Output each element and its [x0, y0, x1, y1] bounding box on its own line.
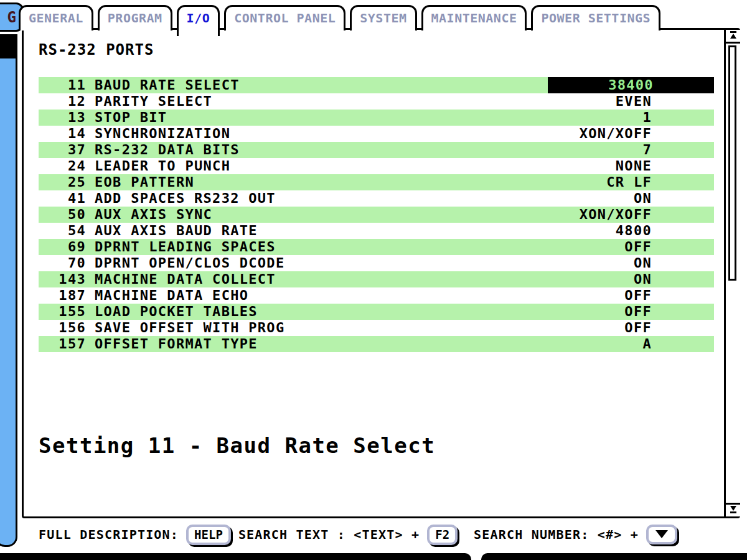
setting-value: OFF — [624, 304, 714, 320]
tab-program[interactable]: PROGRAM — [98, 5, 172, 30]
left-rail[interactable] — [0, 34, 17, 547]
tab-i-o[interactable]: I/O — [177, 5, 220, 36]
tab-control-panel[interactable]: CONTROL PANEL — [224, 5, 345, 30]
page-title: RS-232 PORTS — [39, 41, 154, 58]
left-rail-top-cap — [0, 36, 16, 58]
setting-row-41[interactable]: 41ADD SPACES RS232 OUTON — [39, 190, 714, 207]
help-key-button[interactable]: HELP — [186, 525, 231, 545]
setting-number: 143 — [39, 271, 86, 287]
setting-row-156[interactable]: 156SAVE OFFSET WITH PROGOFF — [39, 320, 714, 336]
setting-number: 69 — [39, 239, 86, 255]
full-description-label: FULL DESCRIPTION: — [39, 527, 179, 542]
setting-value: 4800 — [616, 223, 714, 239]
tab-strip: GENERALPROGRAMI/OCONTROL PANELSYSTEMMAIN… — [19, 5, 660, 36]
setting-number: 54 — [39, 223, 86, 239]
setting-value: CR LF — [606, 174, 714, 190]
tab-general[interactable]: GENERAL — [19, 5, 93, 30]
setting-number: 13 — [39, 110, 86, 126]
bottom-panel-left-edge — [0, 553, 471, 560]
setting-label: AUX AXIS SYNC — [95, 207, 212, 223]
setting-row-70[interactable]: 70DPRNT OPEN/CLOS DCODEON — [39, 255, 714, 271]
setting-row-24[interactable]: 24LEADER TO PUNCHNONE — [39, 158, 714, 174]
arrow-down-icon — [655, 530, 668, 538]
setting-label: BAUD RATE SELECT — [95, 77, 240, 93]
f2-key-button[interactable]: F2 — [427, 525, 458, 545]
setting-number: 37 — [39, 142, 86, 158]
scrollbar[interactable] — [724, 30, 740, 516]
scrollbar-thumb[interactable] — [728, 45, 736, 281]
setting-value: XON/XOFF — [580, 207, 714, 223]
search-number-label: SEARCH NUMBER: <#> + — [474, 527, 639, 542]
tab-maintenance[interactable]: MAINTENANCE — [421, 5, 527, 30]
setting-value: 7 — [642, 142, 714, 158]
setting-label: SAVE OFFSET WITH PROG — [95, 320, 284, 336]
scroll-down-button[interactable] — [726, 503, 740, 516]
setting-value: XON/XOFF — [580, 126, 714, 142]
setting-label: PARITY SELECT — [95, 93, 212, 110]
setting-row-187[interactable]: 187MACHINE DATA ECHOOFF — [39, 287, 714, 304]
setting-label: EOB PATTERN — [95, 174, 194, 190]
setting-label: RS-232 DATA BITS — [95, 142, 240, 158]
setting-row-25[interactable]: 25EOB PATTERNCR LF — [39, 174, 714, 190]
setting-value: OFF — [624, 287, 714, 304]
selected-setting-title: Setting 11 - Baud Rate Select — [39, 433, 435, 458]
setting-row-37[interactable]: 37RS-232 DATA BITS7 — [39, 142, 714, 158]
setting-label: SYNCHRONIZATION — [95, 126, 230, 142]
setting-value: 1 — [642, 110, 714, 126]
setting-value: NONE — [616, 158, 714, 174]
setting-row-155[interactable]: 155LOAD POCKET TABLESOFF — [39, 304, 714, 320]
setting-number: 14 — [39, 126, 86, 142]
tab-power-settings[interactable]: POWER SETTINGS — [531, 5, 660, 30]
setting-label: ADD SPACES RS232 OUT — [95, 190, 276, 207]
setting-label: MACHINE DATA COLLECT — [95, 271, 276, 287]
setting-number: 12 — [39, 93, 86, 110]
setting-value: ON — [634, 271, 714, 287]
setting-label: DPRNT LEADING SPACES — [95, 239, 276, 255]
setting-row-11[interactable]: 11BAUD RATE SELECT38400 — [39, 77, 714, 93]
scroll-to-top-icon — [729, 30, 738, 42]
setting-value: A — [642, 336, 714, 352]
setting-label: AUX AXIS BAUD RATE — [95, 223, 258, 239]
setting-row-143[interactable]: 143MACHINE DATA COLLECTON — [39, 271, 714, 287]
setting-number: 155 — [39, 304, 86, 320]
setting-row-13[interactable]: 13STOP BIT1 — [39, 110, 714, 126]
setting-number: 156 — [39, 320, 86, 336]
setting-row-14[interactable]: 14SYNCHRONIZATIONXON/XOFF — [39, 126, 714, 142]
setting-number: 157 — [39, 336, 86, 352]
setting-number: 50 — [39, 207, 86, 223]
setting-number: 24 — [39, 158, 86, 174]
settings-table: 11BAUD RATE SELECT3840012PARITY SELECTEV… — [39, 77, 714, 352]
setting-label: STOP BIT — [95, 110, 167, 126]
setting-label: MACHINE DATA ECHO — [95, 287, 248, 304]
setting-row-54[interactable]: 54AUX AXIS BAUD RATE4800 — [39, 223, 714, 239]
setting-value: EVEN — [616, 93, 714, 110]
footer-help-bar: FULL DESCRIPTION: HELP SEARCH TEXT : <TE… — [39, 522, 685, 547]
setting-number: 187 — [39, 287, 86, 304]
setting-value: ON — [634, 190, 714, 207]
setting-label: LEADER TO PUNCH — [95, 158, 230, 174]
setting-number: 11 — [39, 77, 86, 93]
search-text-label: SEARCH TEXT : <TEXT> + — [238, 527, 420, 542]
scroll-up-button[interactable] — [726, 30, 740, 44]
cursor-down-key-button[interactable] — [646, 525, 677, 544]
setting-number: 70 — [39, 255, 86, 271]
setting-value: ON — [634, 255, 714, 271]
setting-label: OFFSET FORMAT TYPE — [95, 336, 258, 352]
setting-label: DPRNT OPEN/CLOS DCODE — [95, 255, 284, 271]
bottom-panel-right-edge — [481, 553, 747, 560]
setting-row-157[interactable]: 157OFFSET FORMAT TYPEA — [39, 336, 714, 352]
scroll-to-bottom-icon — [729, 505, 738, 516]
setting-row-69[interactable]: 69DPRNT LEADING SPACESOFF — [39, 239, 714, 255]
setting-row-50[interactable]: 50AUX AXIS SYNCXON/XOFF — [39, 207, 714, 223]
tab-system[interactable]: SYSTEM — [350, 5, 416, 30]
setting-row-12[interactable]: 12PARITY SELECTEVEN — [39, 93, 714, 110]
setting-number: 25 — [39, 174, 86, 190]
setting-value-selected[interactable]: 38400 — [548, 77, 714, 93]
setting-value: OFF — [624, 239, 714, 255]
setting-label: LOAD POCKET TABLES — [95, 304, 258, 320]
setting-number: 41 — [39, 190, 86, 207]
setting-value: OFF — [624, 320, 714, 336]
